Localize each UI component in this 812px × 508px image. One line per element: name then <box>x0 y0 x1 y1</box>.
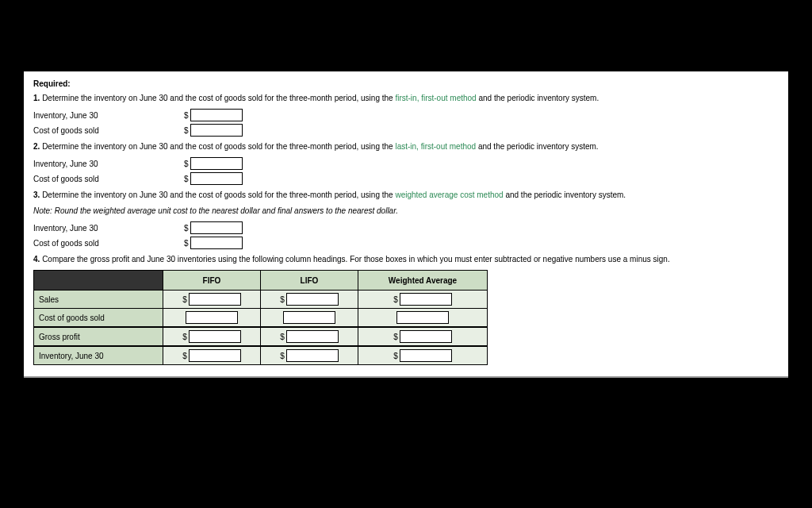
q2-text-pre: Determine the inventory on June 30 and t… <box>42 142 395 151</box>
q2-text-post: and the periodic inventory system. <box>476 142 599 151</box>
comparison-table: FIFO LIFO Weighted Average Sales $ $ $ C… <box>33 270 488 365</box>
sales-fifo-input[interactable] <box>189 293 241 306</box>
q3-note: Note: Round the weighted average unit co… <box>33 206 779 217</box>
q2-cogs-label: Cost of goods sold <box>33 175 184 183</box>
q1-cogs-label: Cost of goods sold <box>33 126 184 135</box>
required-heading: Required: <box>33 79 779 88</box>
cogs-fifo-input[interactable] <box>186 311 238 324</box>
dollar-sign: $ <box>184 111 189 120</box>
dollar-sign: $ <box>184 175 189 183</box>
dollar-sign: $ <box>184 239 189 248</box>
header-blank <box>34 271 163 291</box>
dollar-sign: $ <box>280 333 285 341</box>
row-label-gp: Gross profit <box>34 327 163 346</box>
worksheet: Required: 1. Determine the inventory on … <box>24 71 788 378</box>
q4-text: Compare the gross profit and June 30 inv… <box>42 255 670 264</box>
q2-inventory-row: Inventory, June 30 $ <box>33 157 779 170</box>
q1-number: 1. <box>33 94 40 102</box>
q2-inventory-input[interactable] <box>190 157 243 170</box>
q4-number: 4. <box>33 255 40 264</box>
question-1: 1. Determine the inventory on June 30 an… <box>33 93 779 104</box>
q1-inventory-input[interactable] <box>190 109 243 121</box>
gp-lifo-input[interactable] <box>286 330 339 343</box>
dollar-sign: $ <box>393 295 398 304</box>
q2-cogs-row: Cost of goods sold $ <box>33 172 779 185</box>
dollar-sign: $ <box>184 224 189 233</box>
inv-lifo-input[interactable] <box>286 349 339 362</box>
row-label-sales: Sales <box>34 291 163 309</box>
q1-text-post: and the periodic inventory system. <box>477 94 599 102</box>
table-row-inventory: Inventory, June 30 $ $ $ <box>34 346 488 365</box>
header-fifo: FIFO <box>163 271 261 291</box>
q1-text-pre: Determine the inventory on June 30 and t… <box>42 94 395 102</box>
dollar-sign: $ <box>393 333 398 341</box>
q1-inventory-row: Inventory, June 30 $ <box>33 109 779 121</box>
q3-cogs-row: Cost of goods sold $ <box>33 237 779 249</box>
question-2: 2. Determine the inventory on June 30 an… <box>33 141 779 152</box>
table-row-gross-profit: Gross profit $ $ $ <box>34 327 488 346</box>
header-lifo: LIFO <box>261 271 358 291</box>
gp-fifo-input[interactable] <box>189 330 241 343</box>
dollar-sign: $ <box>393 352 398 360</box>
sales-wavg-input[interactable] <box>400 293 452 306</box>
cogs-lifo-input[interactable] <box>283 311 335 324</box>
row-label-cogs: Cost of goods sold <box>34 309 163 328</box>
q1-cogs-row: Cost of goods sold $ <box>33 124 779 137</box>
q3-text-post: and the periodic inventory system. <box>504 190 626 199</box>
q3-inventory-input[interactable] <box>190 221 243 234</box>
q2-cogs-input[interactable] <box>190 172 243 185</box>
q2-number: 2. <box>33 142 40 151</box>
dollar-sign: $ <box>184 126 189 135</box>
dollar-sign: $ <box>182 333 187 341</box>
table-row-sales: Sales $ $ $ <box>34 291 488 309</box>
sales-lifo-input[interactable] <box>286 293 339 306</box>
cogs-wavg-input[interactable] <box>396 311 449 324</box>
dollar-sign: $ <box>280 295 285 304</box>
q3-inventory-label: Inventory, June 30 <box>33 224 184 233</box>
q1-method: first-in, first-out method <box>395 94 476 102</box>
q1-inventory-label: Inventory, June 30 <box>33 111 184 120</box>
q2-method: last-in, first-out method <box>395 142 476 151</box>
row-label-inv: Inventory, June 30 <box>34 346 163 365</box>
q3-text-pre: Determine the inventory on June 30 and t… <box>42 190 395 199</box>
dollar-sign: $ <box>182 352 187 360</box>
q1-cogs-input[interactable] <box>190 124 243 137</box>
header-weighted-average: Weighted Average <box>358 271 488 291</box>
dollar-sign: $ <box>280 352 285 360</box>
q3-cogs-input[interactable] <box>190 237 243 249</box>
question-3: 3. Determine the inventory on June 30 an… <box>33 190 779 201</box>
q3-method: weighted average cost method <box>395 190 503 199</box>
q3-cogs-label: Cost of goods sold <box>33 239 184 248</box>
table-header-row: FIFO LIFO Weighted Average <box>34 271 488 291</box>
dollar-sign: $ <box>182 295 187 304</box>
q3-number: 3. <box>33 190 40 199</box>
inv-wavg-input[interactable] <box>400 349 452 362</box>
table-row-cogs: Cost of goods sold <box>34 309 488 328</box>
gp-wavg-input[interactable] <box>400 330 452 343</box>
q2-inventory-label: Inventory, June 30 <box>33 160 184 168</box>
inv-fifo-input[interactable] <box>189 349 241 362</box>
question-4: 4. Compare the gross profit and June 30 … <box>33 254 779 265</box>
q3-inventory-row: Inventory, June 30 $ <box>33 221 779 234</box>
dollar-sign: $ <box>184 160 189 168</box>
